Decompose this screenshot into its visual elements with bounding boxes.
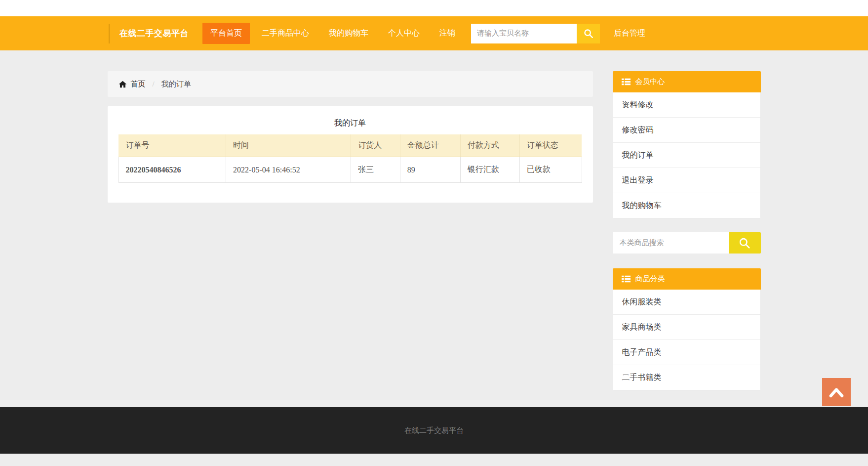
main-column: 首页 / 我的订单 我的订单 订单号 时间 订货人 金额总计 付款方式 xyxy=(108,71,593,203)
orders-col-time: 时间 xyxy=(226,134,351,157)
chevron-up-icon xyxy=(828,386,845,399)
member-panel: 会员中心 资料修改 修改密码 我的订单 退出登录 我的购物车 xyxy=(613,71,761,218)
main-navbar: 在线二手交易平台 平台首页 二手商品中心 我的购物车 个人中心 注销 后台管理 xyxy=(0,16,868,50)
order-status-cell: 已收款 xyxy=(519,157,582,183)
category-item-used-books[interactable]: 二手书籍类 xyxy=(613,365,760,390)
navbar-divider xyxy=(109,24,110,43)
member-item-logout[interactable]: 退出登录 xyxy=(613,168,760,193)
category-panel-list: 休闲服装类 家具商场类 电子产品类 二手书籍类 xyxy=(613,290,761,390)
orders-col-status: 订单状态 xyxy=(519,134,582,157)
order-time-cell: 2022-05-04 16:46:52 xyxy=(226,157,351,183)
member-item-change-password[interactable]: 修改密码 xyxy=(613,118,760,142)
search-icon xyxy=(583,28,594,39)
breadcrumb: 首页 / 我的订单 xyxy=(108,71,593,97)
navbar-search xyxy=(471,24,600,43)
nav-item-goods-center[interactable]: 二手商品中心 xyxy=(254,23,317,44)
brand-logo[interactable]: 在线二手交易平台 xyxy=(119,28,189,39)
member-item-my-cart[interactable]: 我的购物车 xyxy=(613,193,760,218)
member-item-my-orders[interactable]: 我的订单 xyxy=(613,143,760,168)
category-panel: 商品分类 休闲服装类 家具商场类 电子产品类 二手书籍类 xyxy=(613,268,761,390)
member-panel-title: 会员中心 xyxy=(635,77,665,86)
orders-header-row: 订单号 时间 订货人 金额总计 付款方式 订单状态 xyxy=(118,134,582,157)
list-icon xyxy=(622,275,631,283)
breadcrumb-separator: / xyxy=(153,80,155,88)
orders-col-buyer: 订货人 xyxy=(351,134,400,157)
member-item-edit-profile[interactable]: 资料修改 xyxy=(613,92,760,117)
search-icon xyxy=(738,237,751,250)
orders-col-payment: 付款方式 xyxy=(460,134,519,157)
nav-item-profile[interactable]: 个人中心 xyxy=(380,23,428,44)
breadcrumb-current: 我的订单 xyxy=(161,80,191,89)
nav-item-home[interactable]: 平台首页 xyxy=(202,23,250,44)
footer: 在线二手交易平台 xyxy=(0,407,868,454)
member-panel-list: 资料修改 修改密码 我的订单 退出登录 我的购物车 xyxy=(613,92,761,218)
order-payment-cell: 银行汇款 xyxy=(460,157,519,183)
footer-text: 在线二手交易平台 xyxy=(404,426,464,435)
top-strip xyxy=(0,0,868,16)
order-total-cell: 89 xyxy=(400,157,460,183)
orders-title: 我的订单 xyxy=(118,118,582,128)
nav-item-logout[interactable]: 注销 xyxy=(432,23,463,44)
nav-menu: 平台首页 二手商品中心 我的购物车 个人中心 注销 xyxy=(200,23,465,44)
nav-item-admin[interactable]: 后台管理 xyxy=(606,23,653,44)
navbar-search-input[interactable] xyxy=(471,24,577,43)
order-number-cell: 20220540846526 xyxy=(118,157,226,183)
orders-card: 我的订单 订单号 时间 订货人 金额总计 付款方式 订单状态 xyxy=(108,106,593,203)
nav-item-cart[interactable]: 我的购物车 xyxy=(321,23,376,44)
breadcrumb-home-link[interactable]: 首页 xyxy=(118,80,146,89)
sidebar: 会员中心 资料修改 修改密码 我的订单 退出登录 我的购物车 xyxy=(613,71,761,390)
category-panel-title: 商品分类 xyxy=(635,274,665,284)
category-item-electronics[interactable]: 电子产品类 xyxy=(613,340,760,365)
orders-col-order-no: 订单号 xyxy=(118,134,226,157)
table-row: 20220540846526 2022-05-04 16:46:52 张三 89… xyxy=(118,157,582,183)
member-panel-header: 会员中心 xyxy=(613,71,761,92)
breadcrumb-home-label: 首页 xyxy=(131,80,146,89)
order-buyer-cell: 张三 xyxy=(351,157,400,183)
back-to-top-button[interactable] xyxy=(822,378,851,406)
category-search xyxy=(613,232,761,254)
category-search-input[interactable] xyxy=(613,232,729,254)
navbar-search-button[interactable] xyxy=(577,24,600,43)
category-panel-header: 商品分类 xyxy=(613,268,761,290)
category-search-button[interactable] xyxy=(729,232,761,254)
list-icon xyxy=(622,78,631,85)
page-main: 首页 / 我的订单 我的订单 订单号 时间 订货人 金额总计 付款方式 xyxy=(0,50,868,407)
orders-table: 订单号 时间 订货人 金额总计 付款方式 订单状态 20220540846526… xyxy=(118,134,582,183)
category-item-casual-clothing[interactable]: 休闲服装类 xyxy=(613,290,760,314)
orders-col-total: 金额总计 xyxy=(400,134,460,157)
home-icon xyxy=(118,80,127,88)
category-item-furniture[interactable]: 家具商场类 xyxy=(613,315,760,339)
